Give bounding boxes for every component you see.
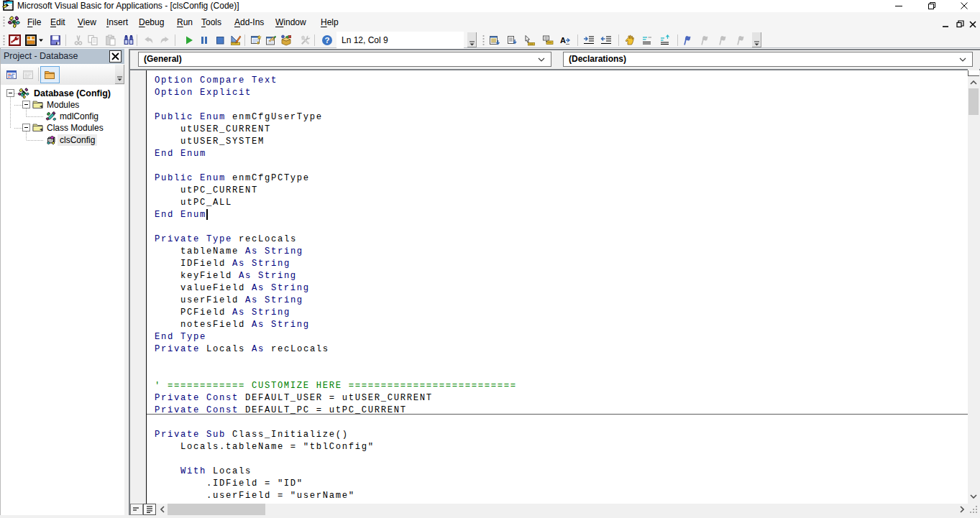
svg-text:A: A	[560, 36, 566, 45]
svg-text:?: ?	[324, 36, 329, 45]
